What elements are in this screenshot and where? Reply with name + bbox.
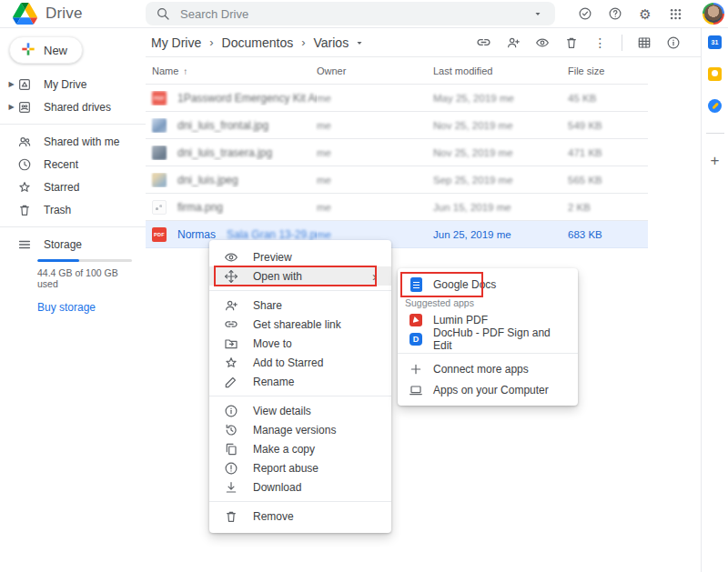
computer-icon — [409, 383, 423, 397]
file-size: 2 KB — [568, 202, 648, 213]
get-addons-plus-icon[interactable]: + — [711, 152, 720, 170]
new-button-label: New — [44, 44, 67, 57]
column-header-name[interactable]: Name↑ — [146, 65, 317, 76]
star-icon — [17, 180, 32, 195]
drive-logo[interactable]: Drive — [0, 3, 146, 25]
submenu-item-apps-on-your-computer[interactable]: Apps on your Computer — [398, 379, 578, 400]
file-last-modified: Nov 25, 2019 me — [433, 147, 568, 158]
file-row[interactable]: dni_luis_trasera.jpgmeNov 25, 2019 me471… — [146, 139, 648, 166]
file-name: 1Password Emergency Kit Antonio NB — [177, 92, 317, 105]
breadcrumb-item-varios[interactable]: Varios — [314, 35, 349, 50]
file-name-redacted: Sala Gran 13-29.pdf — [227, 228, 317, 241]
recent-clock-icon — [17, 157, 32, 172]
menu-item-download[interactable]: Download — [209, 477, 391, 497]
file-last-modified: Nov 25, 2019 me — [433, 120, 568, 131]
menu-item-rename[interactable]: Rename — [209, 372, 391, 391]
submenu-item-google-docs[interactable]: Google Docs — [398, 274, 578, 296]
get-link-icon[interactable] — [476, 35, 491, 50]
table-body: PDF1Password Emergency Kit Antonio NBmeM… — [146, 85, 648, 248]
calendar-icon[interactable]: 31 — [708, 35, 722, 49]
menu-item-label: Add to Starred — [253, 356, 323, 369]
menu-item-label: Make a copy — [253, 443, 315, 456]
keep-icon[interactable] — [708, 67, 722, 81]
file-row[interactable]: PDF1Password Emergency Kit Antonio NBmeM… — [146, 85, 648, 112]
file-row[interactable]: firma.pngmeJun 15, 2019 me2 KB — [146, 194, 648, 221]
submenu-item-connect-more-apps[interactable]: Connect more apps — [398, 358, 578, 379]
menu-item-label: Manage versions — [253, 424, 336, 437]
search-options-caret-icon[interactable] — [530, 5, 546, 22]
menu-item-manage-versions[interactable]: Manage versions — [209, 420, 391, 439]
remove-trash-icon[interactable] — [563, 35, 579, 50]
menu-item-share[interactable]: Share — [209, 296, 391, 315]
trash-icon — [17, 203, 32, 217]
offline-status-icon[interactable] — [577, 5, 593, 22]
buy-storage-link[interactable]: Buy storage — [37, 301, 133, 314]
tasks-icon[interactable] — [708, 99, 722, 113]
google-drive-window: Drive ⚙ New ▶My Drive▶Shared drivesShare… — [0, 0, 728, 572]
menu-item-open-with[interactable]: Open with› — [209, 266, 391, 286]
menu-item-get-shareable-link[interactable]: Get shareable link — [209, 315, 391, 334]
chevron-right-icon: › — [301, 35, 305, 49]
column-header-last-modified[interactable]: Last modified — [433, 65, 568, 76]
menu-item-remove[interactable]: Remove — [209, 507, 391, 526]
google-apps-icon[interactable] — [667, 5, 683, 22]
grid-view-icon[interactable] — [636, 35, 652, 50]
search-bar[interactable] — [146, 2, 555, 25]
new-button[interactable]: New — [9, 36, 83, 64]
more-vertical-icon[interactable]: ⋮ — [592, 35, 608, 50]
file-row[interactable]: dni_luis.jpegmeSep 25, 2019 me565 KB — [146, 166, 648, 194]
preview-eye-icon[interactable] — [534, 35, 550, 50]
menu-item-label: Move to — [253, 337, 292, 350]
expand-caret-icon[interactable]: ▶ — [6, 80, 16, 88]
submenu-item-label: Apps on your Computer — [433, 384, 549, 396]
storage-progress-bar — [37, 259, 132, 262]
file-row[interactable]: dni_luis_frontal.jpgmeNov 25, 2019 me549… — [146, 112, 648, 139]
search-input[interactable] — [180, 7, 521, 21]
menu-item-label: Preview — [253, 251, 292, 264]
column-header-file-size[interactable]: File size — [568, 65, 648, 76]
sidebar-item-trash[interactable]: Trash — [0, 198, 146, 221]
file-owner: me — [317, 93, 433, 104]
sidebar-divider — [0, 124, 146, 125]
sidebar-item-storage[interactable]: Storage — [0, 233, 146, 256]
menu-item-label: Share — [253, 299, 282, 312]
menu-item-move-to[interactable]: Move to — [209, 334, 391, 353]
menu-item-view-details[interactable]: View details — [209, 401, 391, 420]
sidebar-item-my-drive[interactable]: ▶My Drive — [0, 73, 146, 95]
menu-item-preview[interactable]: Preview — [209, 247, 391, 266]
google-docs-icon — [409, 277, 423, 292]
submenu-item-dochub-pdf-sign-and-edit[interactable]: DDocHub - PDF Sign and Edit — [398, 329, 578, 348]
menu-divider — [209, 501, 391, 502]
image-light-file-icon — [152, 200, 167, 215]
folder-menu-caret-icon[interactable] — [355, 38, 364, 47]
sidebar-item-starred[interactable]: Starred — [0, 176, 146, 198]
side-panel-divider — [706, 133, 724, 134]
help-icon[interactable] — [607, 5, 623, 22]
settings-gear-icon[interactable]: ⚙ — [637, 5, 653, 22]
sidebar-item-recent[interactable]: Recent — [0, 153, 146, 176]
file-name: Normas — [177, 228, 216, 241]
sidebar-item-shared-with-me[interactable]: Shared with me — [0, 130, 146, 153]
breadcrumb-item-documentos[interactable]: Documentos — [222, 35, 294, 50]
expand-caret-icon[interactable]: ▶ — [6, 103, 16, 111]
menu-item-make-a-copy[interactable]: Make a copy — [209, 439, 391, 458]
lumin-pdf-icon — [409, 313, 423, 327]
view-details-info-icon[interactable] — [665, 35, 681, 50]
sidebar-item-label: Storage — [44, 238, 82, 251]
storage-details: 44.4 GB of 100 GB usedBuy storage — [0, 259, 146, 314]
menu-item-add-to-starred[interactable]: Add to Starred — [209, 353, 391, 372]
submenu-item-label: Connect more apps — [433, 363, 529, 376]
file-size: 683 KB — [568, 229, 648, 240]
user-avatar[interactable] — [703, 3, 724, 25]
submenu-chevron-icon: › — [372, 269, 377, 283]
submenu-item-label: Lumin PDF — [433, 314, 488, 326]
breadcrumb-item-my-drive[interactable]: My Drive — [151, 35, 201, 50]
sidebar-item-shared-drives[interactable]: ▶Shared drives — [0, 95, 146, 118]
download-icon — [224, 480, 238, 495]
file-size: 549 KB — [568, 120, 648, 131]
menu-item-report-abuse[interactable]: Report abuse — [209, 458, 391, 477]
search-icon — [155, 5, 171, 22]
menu-item-label: Open with — [253, 270, 302, 283]
context-menu: PreviewOpen with›ShareGet shareable link… — [209, 240, 391, 533]
share-person-add-icon[interactable] — [505, 35, 521, 50]
